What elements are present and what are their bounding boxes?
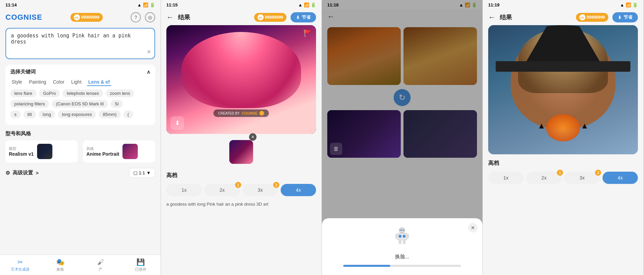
tag-gopro[interactable]: GoPro xyxy=(39,89,60,97)
coin-badge-4[interactable]: cc 99999999 xyxy=(576,13,608,22)
status-bar-4: 11:19 ▲ 📶 🔋 xyxy=(483,0,643,10)
style-card[interactable]: 风格 Anime Portrait xyxy=(83,140,155,162)
upscale-options-2: 1x 2x 1 3x 2 4x xyxy=(166,184,316,196)
generated-image-2: 🚩 ⬇ CREATED BY COGNISE ! xyxy=(166,25,316,134)
svg-rect-9 xyxy=(403,240,406,244)
advanced-label: 高级设置 xyxy=(13,170,33,176)
screen-2: 11:15 ▲ 📶 🔋 ← 结果 cc 99999999 ⬇ 节省 🚩 ⬇ xyxy=(161,0,322,275)
upscale-3x-2[interactable]: 3x 2 xyxy=(243,184,278,196)
nav-saved[interactable]: 💾 已保存 xyxy=(121,255,161,275)
svg-rect-7 xyxy=(407,234,409,239)
upscale-1x-4[interactable]: 1x xyxy=(488,172,524,184)
cognise-logo: COGNISE xyxy=(5,13,42,22)
style-thumb-anime xyxy=(122,144,138,159)
product-icon: 🖌 xyxy=(97,258,104,266)
save-label-4: 节省 xyxy=(624,14,632,20)
status-bar-2: 11:15 ▲ 📶 🔋 xyxy=(161,0,321,10)
close-variation[interactable]: ✕ xyxy=(249,133,257,141)
text-input-area[interactable]: a goodess with long Pink hair an a pink … xyxy=(5,28,155,59)
nav-product[interactable]: 🖌 产 xyxy=(81,255,121,275)
screen1-bottom: ✂ 艺术生成器 🎭 换脸 🖌 产 💾 已保存 xyxy=(0,181,161,275)
prompt-text-2: a goodess with long Pink hair an a pink … xyxy=(166,202,316,207)
tag-long-exp[interactable]: long exposures xyxy=(58,110,96,118)
top-bar-1: COGNISE cc 99999999 ? ◎ xyxy=(0,10,161,25)
ratio-icon: ▢ xyxy=(133,170,137,175)
battery-icon-4: 🔋 xyxy=(632,2,638,7)
upscale-3x-4[interactable]: 3x 2 xyxy=(564,172,600,184)
keyword-tags-row2: polarizing filters (Canon EOS 5D Mark II… xyxy=(10,100,150,108)
signal-icon-4: 📶 xyxy=(626,2,631,7)
tab-style[interactable]: Style xyxy=(10,79,23,86)
ratio-value: 1:1 xyxy=(139,170,145,175)
save-btn-4[interactable]: ⬇ 节省 xyxy=(612,12,638,22)
clear-button[interactable]: ✕ xyxy=(147,49,151,55)
tag-si[interactable]: Si xyxy=(111,100,123,108)
upscale-badge-3x: 2 xyxy=(273,182,279,188)
status-icons-1: ▲ 📶 🔋 xyxy=(137,2,155,7)
collapse-icon[interactable]: ∧ xyxy=(147,69,150,75)
nav-art-generator[interactable]: ✂ 艺术生成器 xyxy=(0,255,40,275)
status-icons-2: ▲ 📶 🔋 xyxy=(298,2,316,7)
style-thumb-img xyxy=(122,144,138,159)
prompt-input[interactable]: a goodess with long Pink hair an a pink … xyxy=(11,33,150,53)
svg-rect-8 xyxy=(399,240,401,244)
watermark-2: CREATED BY COGNISE ! xyxy=(213,109,269,117)
keyword-tags-row1: lens flare GoPro telephoto lenses zoom l… xyxy=(10,89,150,97)
coin-amount-4: 99999999 xyxy=(587,15,605,20)
tag-long[interactable]: long xyxy=(39,110,55,118)
tag-paren[interactable]: ( xyxy=(123,110,133,118)
battery-icon-2: 🔋 xyxy=(311,2,316,7)
modal-progress-bar xyxy=(343,265,461,267)
model-row: 模型 Realism v1 风格 Anime Portrait xyxy=(5,140,155,162)
pink-girl-photo xyxy=(166,25,316,134)
save-btn-2[interactable]: ⬇ 节省 xyxy=(291,12,316,22)
tag-s[interactable]: s xyxy=(10,110,21,118)
target-icon[interactable]: ◎ xyxy=(145,12,155,22)
help-icon[interactable]: ? xyxy=(131,12,141,22)
upscale-4x-2[interactable]: 4x xyxy=(281,184,316,196)
variation-thumb-2[interactable] xyxy=(229,140,253,164)
ratio-chevron: ▼ xyxy=(146,170,151,175)
nav-product-label: 产 xyxy=(99,267,102,272)
tag-lens-flare[interactable]: lens flare xyxy=(10,89,36,97)
tag-canon[interactable]: (Canon EOS 5D Mark III xyxy=(52,100,108,108)
modal-close-btn[interactable]: ✕ xyxy=(468,223,478,233)
back-btn-4[interactable]: ← xyxy=(488,13,496,22)
hat-brim xyxy=(496,61,630,71)
tab-light[interactable]: Light xyxy=(70,79,83,86)
svg-rect-4 xyxy=(399,235,401,238)
modal-card: ✕ 换脸... xyxy=(322,218,482,275)
advanced-arrow[interactable]: > xyxy=(36,170,39,176)
tag-polarizing[interactable]: polarizing filters xyxy=(10,100,49,108)
model-card[interactable]: 模型 Realism v1 xyxy=(5,140,78,162)
upscale-section-4: 高档 xyxy=(488,160,638,167)
tag-zoom[interactable]: zoom lens xyxy=(106,89,134,97)
art-icon: ✂ xyxy=(17,258,23,266)
upscale-2x-2[interactable]: 2x 1 xyxy=(204,184,240,196)
back-btn-2[interactable]: ← xyxy=(166,13,174,22)
upscale-1x-2[interactable]: 1x xyxy=(166,184,202,196)
flag-icon-2[interactable]: 🚩 xyxy=(303,29,312,37)
upscale-2x-4[interactable]: 2x 1 xyxy=(526,172,562,184)
model-label: 模型 xyxy=(9,146,34,151)
upscale-title-4: 高档 xyxy=(488,160,499,166)
model-info: 模型 Realism v1 xyxy=(9,146,34,157)
screen-1: 11:14 ▲ 📶 🔋 COGNISE cc 99999999 ? ◎ a go… xyxy=(0,0,161,275)
tab-color[interactable]: Color xyxy=(52,79,66,86)
variation-thumb-container: ✕ xyxy=(229,137,253,167)
tag-tilt[interactable]: tilt xyxy=(23,110,36,118)
download-overlay-2[interactable]: ⬇ xyxy=(170,116,184,130)
coin-badge-1[interactable]: cc 99999999 xyxy=(70,13,103,22)
tag-telephoto[interactable]: telephoto lenses xyxy=(63,89,103,97)
top-bar-right-1: ? ◎ xyxy=(131,12,155,22)
tab-painting[interactable]: Painting xyxy=(28,79,48,86)
nav-face-swap[interactable]: 🎭 换脸 xyxy=(40,255,80,275)
tag-85mm[interactable]: 85mm) xyxy=(99,110,120,118)
upscale-4x-4[interactable]: 4x xyxy=(602,172,638,184)
coin-badge-2[interactable]: cc 99999999 xyxy=(254,13,286,22)
screen-4: 11:19 ▲ 📶 🔋 ← 结果 cc 99999999 ⬇ 节省 xyxy=(483,0,644,275)
ratio-button[interactable]: ▢ 1:1 ▼ xyxy=(129,168,155,178)
tab-lens[interactable]: Lens & ef xyxy=(87,79,111,86)
robot-svg xyxy=(392,226,412,247)
face-icon: 🎭 xyxy=(56,258,65,266)
